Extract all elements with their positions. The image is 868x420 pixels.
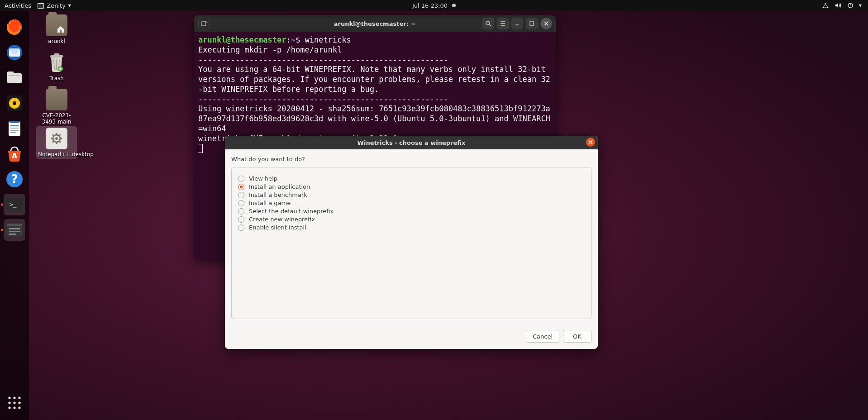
- svg-point-35: [18, 401, 20, 404]
- desktop-icon-label: arunkl: [36, 38, 77, 44]
- svg-rect-29: [9, 234, 16, 235]
- svg-line-52: [59, 141, 61, 143]
- svg-line-53: [52, 141, 54, 143]
- svg-line-41: [54, 59, 54, 70]
- dock-help[interactable]: ?: [4, 168, 25, 190]
- terminal-search-button[interactable]: [482, 18, 494, 29]
- dialog-close-button[interactable]: [586, 138, 595, 147]
- svg-rect-19: [10, 132, 16, 133]
- cancel-button[interactable]: Cancel: [526, 330, 559, 343]
- radio-label: Select the default wineprefix: [249, 208, 334, 215]
- radio-label: Install a game: [249, 200, 291, 206]
- close-button[interactable]: [540, 18, 552, 29]
- activities-button[interactable]: Activities: [5, 2, 31, 9]
- svg-rect-1: [38, 4, 43, 8]
- desktop-icon-trash[interactable]: Trash: [36, 52, 77, 81]
- svg-rect-26: [7, 224, 22, 226]
- chevron-down-icon: ▼: [859, 4, 862, 8]
- svg-line-51: [52, 134, 54, 136]
- gear-icon: [51, 133, 62, 144]
- radio-option[interactable]: Create new wineprefix: [238, 216, 585, 223]
- svg-rect-27: [9, 228, 20, 229]
- svg-rect-28: [9, 231, 20, 232]
- svg-rect-16: [10, 125, 19, 126]
- terminal-output: Executing mkdir -p /home/arunkl --------…: [198, 45, 550, 143]
- terminal-menu-button[interactable]: [497, 18, 509, 29]
- dock-zenity-window[interactable]: [4, 219, 25, 241]
- dock-software[interactable]: A: [4, 143, 25, 165]
- radio-icon: [238, 224, 244, 231]
- svg-text:A: A: [12, 152, 18, 160]
- svg-point-36: [8, 406, 10, 409]
- search-icon: [485, 20, 491, 27]
- terminal-titlebar[interactable]: arunkl@thesecmaster: ~: [194, 15, 556, 32]
- svg-rect-11: [9, 75, 20, 76]
- svg-rect-64: [530, 22, 534, 25]
- svg-point-37: [13, 406, 15, 409]
- volume-icon: [835, 2, 842, 9]
- radio-label: Enable silent install: [249, 224, 306, 231]
- app-indicator[interactable]: Zenity ▼: [38, 2, 71, 9]
- gnome-topbar: Activities Zenity ▼ Jul 16 23:00 ▼: [0, 0, 868, 11]
- radio-icon: [238, 216, 244, 223]
- recording-dot-icon: [452, 4, 456, 7]
- radio-icon: [238, 176, 244, 182]
- dialog-prompt: What do you want to do?: [231, 156, 591, 162]
- svg-point-14: [13, 101, 16, 105]
- svg-point-34: [13, 401, 15, 404]
- radio-option[interactable]: Select the default wineprefix: [238, 208, 585, 215]
- dock-app-grid[interactable]: [4, 392, 25, 414]
- new-tab-button[interactable]: [198, 18, 210, 29]
- hamburger-icon: [500, 20, 506, 27]
- svg-point-33: [8, 401, 10, 404]
- trashcan-icon: [48, 52, 66, 72]
- dock-terminal[interactable]: >_: [4, 194, 25, 215]
- radio-icon: [238, 200, 244, 206]
- svg-point-30: [8, 396, 10, 399]
- radio-icon: [238, 208, 244, 215]
- dock-thunderbird[interactable]: [4, 42, 25, 63]
- svg-rect-40: [54, 53, 59, 56]
- desktop-icon-home[interactable]: arunkl: [36, 14, 77, 44]
- radio-icon: [238, 192, 244, 198]
- ok-button[interactable]: OK: [563, 330, 591, 343]
- svg-text:>_: >_: [10, 201, 17, 208]
- radio-option[interactable]: Enable silent install: [238, 224, 585, 231]
- dock-rhythmbox[interactable]: [4, 92, 25, 114]
- new-tab-icon: [201, 20, 207, 27]
- dock-firefox[interactable]: [4, 16, 25, 38]
- radio-option[interactable]: Install a game: [238, 200, 585, 206]
- svg-point-58: [486, 21, 490, 25]
- radio-label: View help: [249, 175, 277, 182]
- zenity-window-icon: [38, 3, 44, 9]
- desktop-icon-cve[interactable]: CVE-2021-3493-main: [34, 89, 79, 125]
- radio-option[interactable]: Install a benchmark: [238, 191, 585, 198]
- svg-text:?: ?: [11, 172, 18, 186]
- dialog-title: Winetricks - choose a wineprefix: [358, 139, 466, 146]
- maximize-icon: [529, 21, 534, 26]
- cursor: [198, 144, 202, 153]
- minimize-button[interactable]: [511, 18, 523, 29]
- svg-point-38: [18, 406, 20, 409]
- svg-point-31: [13, 396, 15, 399]
- close-icon: [544, 21, 549, 26]
- app-name: Zenity: [47, 2, 66, 9]
- desktop-icon-label: Notepad++.desktop: [38, 151, 75, 158]
- desktop-icon-notepad[interactable]: Notepad++.desktop: [36, 126, 77, 159]
- radio-label: Install a benchmark: [249, 191, 307, 198]
- maximize-button[interactable]: [526, 18, 538, 29]
- dialog-titlebar[interactable]: Winetricks - choose a wineprefix: [225, 136, 598, 149]
- radio-option[interactable]: Install an application: [238, 183, 585, 190]
- radio-icon: [238, 184, 244, 190]
- dock-writer[interactable]: [4, 118, 25, 139]
- svg-rect-10: [7, 72, 14, 75]
- minimize-icon: [515, 21, 520, 26]
- status-area[interactable]: ▼: [822, 2, 868, 9]
- svg-line-54: [59, 134, 61, 136]
- dock-files[interactable]: [4, 67, 25, 89]
- terminal-title: arunkl@thesecmaster: ~: [334, 20, 415, 27]
- clock[interactable]: Jul 16 23:00: [412, 2, 456, 9]
- winetricks-dialog: Winetricks - choose a wineprefix What do…: [225, 136, 598, 349]
- svg-rect-17: [10, 128, 19, 129]
- radio-option[interactable]: View help: [238, 175, 585, 182]
